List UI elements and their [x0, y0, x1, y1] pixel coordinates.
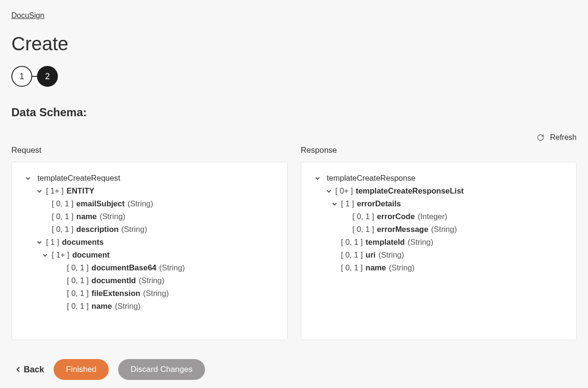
field-name: name [92, 302, 112, 311]
field-name: fileExtension [92, 289, 140, 298]
request-label: Request [11, 146, 288, 155]
step-2[interactable]: 2 [37, 66, 58, 87]
tree-row[interactable]: templateCreateResponse [309, 172, 569, 185]
section-label: Data Schema: [11, 106, 577, 119]
field-name: templateCreateResponseList [356, 186, 464, 195]
response-label: Response [301, 146, 577, 155]
cardinality: [ 0, 1 ] [341, 263, 363, 272]
cardinality: [ 0, 1 ] [353, 225, 374, 234]
back-label: Back [24, 365, 44, 375]
tree-row: [ 0, 1 ] emailSubject (String) [19, 197, 280, 210]
chevron-down-icon[interactable] [24, 176, 32, 181]
tree-row: [ 0, 1 ] uri (String) [309, 249, 569, 261]
field-name: name [76, 212, 97, 221]
cardinality: [ 0+ ] [336, 186, 353, 195]
tree-row: [ 0, 1 ] fileExtension (String) [19, 287, 280, 300]
tree-row[interactable]: [ 0+ ] templateCreateResponseList [309, 185, 569, 197]
tree-row[interactable]: templateCreateRequest [19, 172, 280, 185]
refresh-button[interactable]: Refresh [537, 133, 577, 142]
chevron-down-icon[interactable] [36, 188, 43, 194]
cardinality: [ 0, 1 ] [67, 289, 89, 298]
refresh-icon [537, 134, 544, 141]
chevron-down-icon[interactable] [331, 201, 338, 207]
cardinality: [ 0, 1 ] [52, 212, 74, 221]
response-panel: templateCreateResponse[ 0+ ] templateCre… [301, 162, 577, 340]
cardinality: [ 0, 1 ] [67, 302, 89, 311]
tree-row: [ 0, 1 ] description (String) [19, 223, 280, 236]
cardinality: [ 1 ] [341, 199, 355, 208]
tree-row: [ 0, 1 ] errorMessage (String) [309, 223, 569, 236]
cardinality: [ 0, 1 ] [67, 276, 89, 285]
field-name: templateId [365, 238, 405, 247]
cardinality: [ 0, 1 ] [353, 212, 374, 221]
field-name: ENTITY [66, 186, 94, 195]
field-type: (Integer) [418, 212, 447, 221]
cardinality: [ 0, 1 ] [67, 263, 89, 272]
field-type: (String) [378, 250, 404, 259]
finished-button[interactable]: Finished [54, 359, 109, 380]
discard-button[interactable]: Discard Changes [118, 359, 205, 380]
field-type: (String) [143, 289, 169, 298]
tree-row: [ 0, 1 ] name (String) [19, 300, 280, 313]
cardinality: [ 0, 1 ] [341, 250, 363, 259]
tree-row[interactable]: [ 1 ] documents [19, 236, 280, 249]
field-type: (String) [389, 263, 414, 272]
request-panel: templateCreateRequest[ 1+ ] ENTITY[ 0, 1… [11, 162, 288, 340]
field-type: (String) [431, 225, 457, 234]
field-name: uri [365, 250, 375, 259]
cardinality: [ 1 ] [46, 238, 59, 247]
chevron-down-icon[interactable] [41, 252, 49, 258]
field-name: errorCode [377, 212, 415, 221]
tree-row[interactable]: [ 1 ] errorDetails [309, 197, 569, 210]
field-name: errorDetails [357, 199, 401, 208]
chevron-left-icon [16, 366, 21, 373]
field-name: errorMessage [377, 225, 428, 234]
field-type: (String) [408, 238, 433, 247]
tree-row[interactable]: [ 1+ ] ENTITY [19, 185, 280, 197]
tree-row: [ 0, 1 ] name (String) [309, 261, 569, 274]
field-name: document [72, 250, 110, 259]
field-name: templateCreateRequest [37, 174, 120, 183]
field-type: (String) [128, 199, 153, 208]
field-type: (String) [100, 212, 125, 221]
cardinality: [ 1+ ] [46, 186, 64, 195]
field-type: (String) [115, 302, 140, 311]
field-name: documents [62, 238, 104, 247]
tree-row: [ 0, 1 ] documentBase64 (String) [19, 261, 280, 274]
tree-row: [ 0, 1 ] errorCode (Integer) [309, 210, 569, 223]
refresh-label: Refresh [550, 133, 577, 142]
tree-row: [ 0, 1 ] templateId (String) [309, 236, 569, 249]
tree-row[interactable]: [ 1+ ] document [19, 249, 280, 261]
cardinality: [ 0, 1 ] [341, 238, 363, 247]
page-title: Create [11, 33, 577, 55]
field-name: documentId [92, 276, 136, 285]
field-type: (String) [139, 276, 164, 285]
breadcrumb[interactable]: DocuSign [11, 11, 44, 19]
step-connector [32, 76, 37, 77]
cardinality: [ 1+ ] [52, 250, 69, 259]
chevron-down-icon[interactable] [314, 176, 321, 181]
field-name: description [76, 225, 119, 234]
cardinality: [ 0, 1 ] [52, 225, 74, 234]
field-name: documentBase64 [92, 263, 157, 272]
back-button[interactable]: Back [16, 365, 44, 375]
chevron-down-icon[interactable] [325, 188, 333, 194]
field-name: name [365, 263, 386, 272]
field-name: emailSubject [76, 199, 125, 208]
tree-row: [ 0, 1 ] documentId (String) [19, 274, 280, 287]
cardinality: [ 0, 1 ] [52, 199, 74, 208]
field-type: (String) [159, 263, 185, 272]
tree-row: [ 0, 1 ] name (String) [19, 210, 280, 223]
field-type: (String) [121, 225, 147, 234]
stepper: 1 2 [11, 66, 577, 87]
field-name: templateCreateResponse [327, 174, 416, 183]
step-1[interactable]: 1 [11, 66, 32, 87]
chevron-down-icon[interactable] [36, 240, 43, 245]
